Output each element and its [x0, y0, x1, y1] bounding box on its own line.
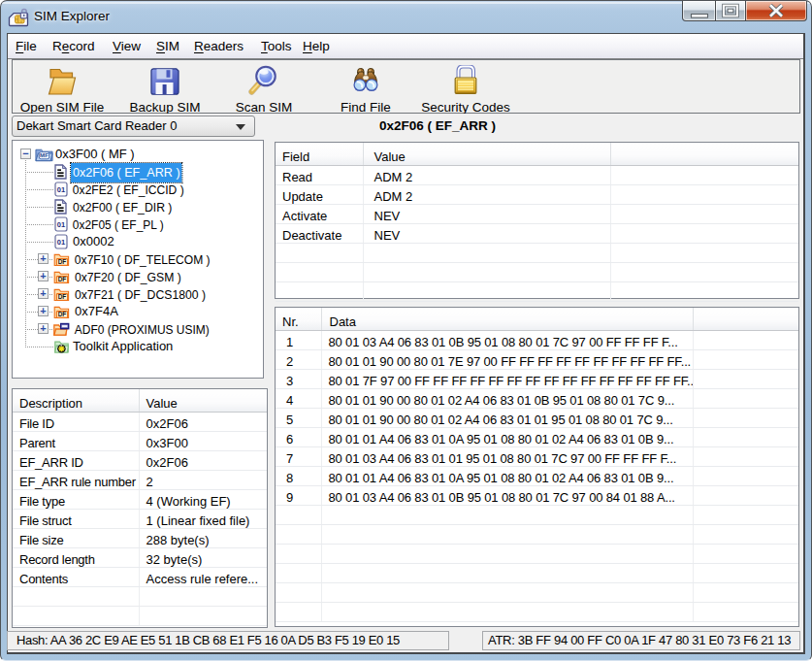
svg-text:01: 01 [57, 238, 65, 247]
svg-text:01: 01 [57, 220, 65, 229]
svg-text:MF: MF [40, 151, 49, 158]
svg-text:01: 01 [57, 185, 65, 194]
